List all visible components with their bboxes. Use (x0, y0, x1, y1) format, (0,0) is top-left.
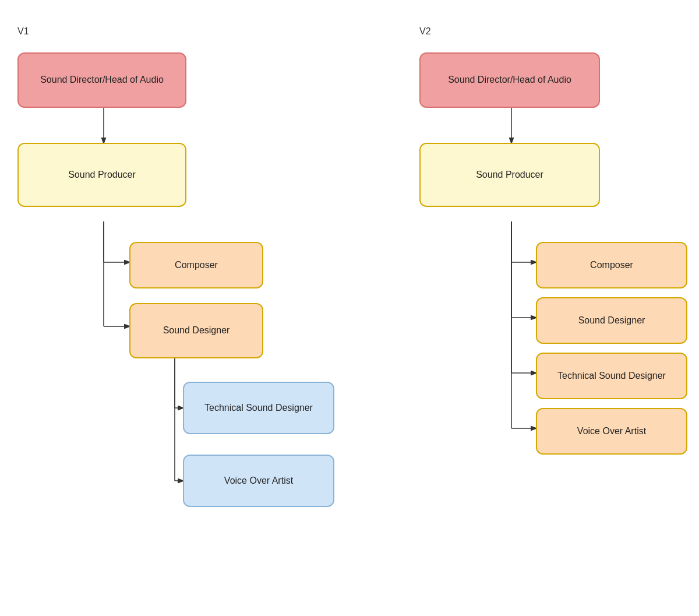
v1-producer-node: Sound Producer (17, 143, 186, 207)
v1-tech-sound-designer-node: Technical Sound Designer (183, 382, 334, 434)
v1-sound-designer-node: Sound Designer (129, 303, 263, 358)
v2-director-node: Sound Director/Head of Audio (419, 52, 600, 108)
v2-sound-designer-node: Sound Designer (536, 297, 687, 344)
v2-voice-over-node: Voice Over Artist (536, 408, 687, 455)
v1-composer-node: Composer (129, 242, 263, 288)
v1-director-node: Sound Director/Head of Audio (17, 52, 186, 108)
v1-label: V1 (17, 26, 29, 37)
v2-tech-sound-designer-node: Technical Sound Designer (536, 353, 687, 399)
v2-composer-node: Composer (536, 242, 687, 288)
v1-voice-over-node: Voice Over Artist (183, 455, 334, 507)
v2-producer-node: Sound Producer (419, 143, 600, 207)
v2-label: V2 (419, 26, 431, 37)
